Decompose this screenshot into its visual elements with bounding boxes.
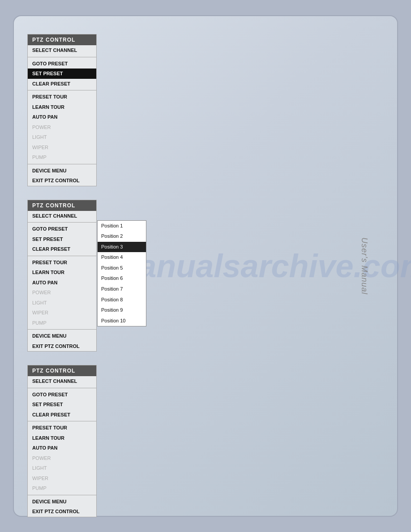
wiper-3: WIPER [28, 473, 96, 484]
power-1: POWER [28, 122, 96, 133]
pump-2: PUMP [28, 318, 96, 328]
position-dropdown: Position 1 Position 2 Position 3 Positio… [97, 220, 146, 327]
exit-ptz-3[interactable]: EXIT PTZ CONTROL [28, 506, 96, 517]
device-menu-3[interactable]: DEVICE MENU [28, 497, 96, 507]
position-3[interactable]: Position 3 [98, 242, 146, 253]
position-1[interactable]: Position 1 [98, 221, 146, 232]
wiper-2: WIPER [28, 308, 96, 318]
preset-tour-2[interactable]: PRESET TOUR [28, 257, 96, 268]
clear-preset-2[interactable]: CLEAR PRESET [28, 244, 96, 254]
goto-preset-2[interactable]: GOTO PRESET [28, 224, 96, 234]
pump-3: PUMP [28, 483, 96, 493]
position-4[interactable]: Position 4 [98, 252, 146, 263]
light-3: LIGHT [28, 463, 96, 473]
select-channel-2[interactable]: SELECT CHANNEL [28, 211, 96, 221]
power-3: POWER [28, 453, 96, 463]
set-preset-1[interactable]: SET PRESET [28, 69, 96, 79]
position-9[interactable]: Position 9 [98, 305, 146, 316]
ptz-menu-1: PTZ CONTROL SELECT CHANNEL GOTO PRESET S… [27, 34, 97, 186]
position-8[interactable]: Position 8 [98, 295, 146, 305]
exit-ptz-1[interactable]: EXIT PTZ CONTROL [28, 176, 96, 186]
auto-pan-1[interactable]: AUTO PAN [28, 112, 96, 122]
set-preset-3[interactable]: SET PRESET [28, 399, 96, 410]
position-2[interactable]: Position 2 [98, 231, 146, 242]
learn-tour-3[interactable]: LEARN TOUR [28, 433, 96, 443]
exit-ptz-2[interactable]: EXIT PTZ CONTROL [28, 341, 96, 352]
device-menu-1[interactable]: DEVICE MENU [28, 166, 96, 176]
preset-tour-3[interactable]: PRESET TOUR [28, 423, 96, 433]
ptz-header-2: PTZ CONTROL [28, 200, 96, 211]
position-6[interactable]: Position 6 [98, 273, 146, 284]
ptz-header-1: PTZ CONTROL [28, 34, 96, 45]
select-channel-1[interactable]: SELECT CHANNEL [28, 45, 96, 56]
set-preset-2[interactable]: SET PRESET [28, 234, 96, 245]
ptz-menu-3: PTZ CONTROL SELECT CHANNEL GOTO PRESET S… [27, 365, 97, 517]
ptz-header-3: PTZ CONTROL [28, 365, 96, 376]
wiper-1: WIPER [28, 142, 96, 153]
position-5[interactable]: Position 5 [98, 263, 146, 274]
clear-preset-3[interactable]: CLEAR PRESET [28, 410, 96, 420]
goto-preset-1[interactable]: GOTO PRESET [28, 59, 96, 69]
content-area: PTZ CONTROL SELECT CHANNEL GOTO PRESET S… [27, 34, 97, 498]
goto-preset-3[interactable]: GOTO PRESET [28, 390, 96, 400]
position-10[interactable]: Position 10 [98, 316, 146, 326]
clear-preset-1[interactable]: CLEAR PRESET [28, 79, 96, 89]
auto-pan-3[interactable]: AUTO PAN [28, 443, 96, 453]
preset-tour-1[interactable]: PRESET TOUR [28, 92, 96, 102]
ptz-menu-2: PTZ CONTROL SELECT CHANNEL GOTO PRESET S… [27, 200, 97, 352]
light-2: LIGHT [28, 298, 96, 308]
device-menu-2[interactable]: DEVICE MENU [28, 331, 96, 341]
learn-tour-1[interactable]: LEARN TOUR [28, 102, 96, 112]
light-1: LIGHT [28, 132, 96, 142]
position-7[interactable]: Position 7 [98, 284, 146, 295]
users-manual-label: User's Manual [360, 237, 369, 294]
page: manualsarchive.com User's Manual PTZ CON… [13, 15, 398, 517]
select-channel-3[interactable]: SELECT CHANNEL [28, 376, 96, 386]
power-2: POWER [28, 287, 96, 298]
learn-tour-2[interactable]: LEARN TOUR [28, 267, 96, 278]
pump-1: PUMP [28, 152, 96, 163]
auto-pan-2[interactable]: AUTO PAN [28, 278, 96, 288]
